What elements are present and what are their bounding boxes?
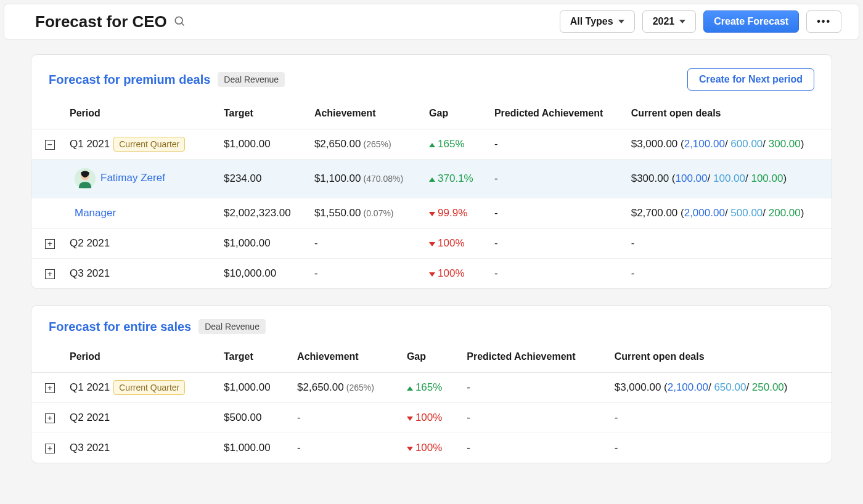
predicted-value: -: [467, 412, 470, 423]
table-row: + Q2 2021 $1,000.00 - 100% - -: [31, 229, 832, 259]
achievement-value: $2,650.00(265%): [314, 138, 391, 150]
svg-line-1: [182, 23, 184, 25]
arrow-down-icon: [407, 417, 413, 421]
col-period: Period: [62, 102, 216, 129]
target-value: $1,000.00: [224, 442, 271, 453]
achievement-value: -: [297, 412, 301, 423]
revenue-chip: Deal Revenue: [198, 319, 266, 334]
search-icon[interactable]: [173, 12, 186, 31]
gap-value: 100%: [429, 237, 464, 249]
arrow-up-icon: [407, 386, 413, 391]
gap-value: 165%: [407, 381, 442, 393]
arrow-down-icon: [429, 242, 435, 246]
chevron-down-icon: [679, 20, 685, 23]
create-forecast-button[interactable]: Create Forecast: [703, 10, 799, 33]
period-label: Q2 2021: [70, 412, 110, 423]
target-value: $500.00: [224, 412, 261, 423]
avatar: [75, 168, 96, 189]
more-actions-button[interactable]: •••: [806, 10, 841, 33]
col-predicted: Predicted Achievement: [487, 102, 624, 129]
col-achievement: Achievement: [290, 345, 399, 373]
expand-icon[interactable]: +: [45, 383, 55, 393]
user-link[interactable]: Fatimay Zeref: [100, 172, 165, 184]
col-period: Period: [62, 345, 216, 373]
gap-value: 165%: [429, 138, 464, 150]
period-label: Q3 2021: [70, 267, 110, 279]
current-quarter-badge: Current Quarter: [113, 137, 185, 152]
type-filter-label: All Types: [570, 16, 613, 27]
arrow-up-icon: [429, 143, 435, 147]
expand-icon[interactable]: +: [45, 239, 55, 249]
predicted-value: -: [494, 173, 498, 184]
page-header: Forecast for CEO All Types 2021 Create F…: [4, 4, 859, 39]
open-deals-value: -: [631, 237, 635, 249]
gap-value: 100%: [429, 267, 464, 279]
open-deals-value: -: [631, 267, 635, 279]
achievement-value: -: [297, 442, 301, 453]
expand-icon[interactable]: +: [45, 444, 55, 453]
achievement-value: -: [314, 237, 318, 249]
svg-point-0: [175, 17, 182, 24]
col-achievement: Achievement: [307, 102, 422, 129]
year-filter-dropdown[interactable]: 2021: [642, 10, 697, 33]
chevron-down-icon: [618, 20, 624, 23]
predicted-value: -: [467, 442, 470, 453]
open-deals-value: $3,000.00 (2,100.00/ 600.00/ 300.00): [631, 138, 804, 150]
table-row: + Q3 2021 $10,000.00 - 100% - -: [31, 259, 832, 289]
section-title[interactable]: Forecast for premium deals: [49, 73, 210, 87]
open-deals-value: $300.00 (100.00/ 100.00/ 100.00): [631, 173, 787, 184]
target-value: $1,000.00: [224, 381, 271, 393]
table-row: − Q1 2021Current Quarter $1,000.00 $2,65…: [31, 129, 832, 160]
col-open-deals: Current open deals: [624, 102, 832, 129]
target-value: $10,000.00: [224, 267, 276, 279]
col-gap: Gap: [399, 345, 459, 373]
collapse-icon[interactable]: −: [45, 140, 55, 150]
col-gap: Gap: [422, 102, 487, 129]
header-actions: All Types 2021 Create Forecast •••: [560, 10, 841, 33]
revenue-chip: Deal Revenue: [218, 72, 285, 87]
section-title[interactable]: Forecast for entire sales: [49, 320, 191, 334]
period-label: Q2 2021: [70, 237, 110, 249]
arrow-down-icon: [429, 212, 435, 216]
table-row: Manager $2,002,323.00 $1,550.00(0.07%) 9…: [31, 198, 832, 229]
predicted-value: -: [494, 207, 498, 219]
achievement-value: $1,100.00(470.08%): [314, 173, 403, 184]
predicted-value: -: [494, 267, 498, 279]
period-label: Q3 2021: [70, 442, 110, 453]
forecast-section: Forecast for premium deals Deal Revenue …: [31, 54, 832, 289]
predicted-value: -: [494, 237, 498, 249]
type-filter-dropdown[interactable]: All Types: [560, 10, 635, 33]
arrow-down-icon: [429, 272, 435, 277]
create-next-period-button[interactable]: Create for Next period: [687, 68, 814, 91]
year-filter-label: 2021: [653, 16, 675, 27]
arrow-up-icon: [429, 177, 435, 182]
page-title: Forecast for CEO: [35, 12, 167, 31]
expand-icon[interactable]: +: [45, 413, 55, 423]
achievement-value: $1,550.00(0.07%): [314, 207, 394, 219]
target-value: $2,002,323.00: [224, 207, 291, 219]
content-area: Forecast for premium deals Deal Revenue …: [0, 39, 863, 504]
forecast-section: Forecast for entire sales Deal Revenue P…: [31, 305, 832, 463]
section-header: Forecast for premium deals Deal Revenue …: [31, 55, 832, 102]
gap-value: 370.1%: [429, 173, 473, 184]
expand-icon[interactable]: +: [45, 269, 55, 279]
forecast-table: Period Target Achievement Gap Predicted …: [31, 102, 832, 288]
page-title-wrap: Forecast for CEO: [35, 12, 186, 31]
open-deals-value: $2,700.00 (2,000.00/ 500.00/ 200.00): [631, 207, 804, 219]
gap-value: 100%: [407, 412, 442, 423]
table-row: + Q2 2021 $500.00 - 100% - -: [31, 403, 832, 433]
open-deals-value: -: [615, 412, 618, 423]
user-link[interactable]: Manager: [75, 207, 116, 219]
table-row: Fatimay Zeref $234.00 $1,100.00(470.08%)…: [31, 160, 832, 198]
gap-value: 99.9%: [429, 207, 467, 219]
table-row: + Q1 2021Current Quarter $1,000.00 $2,65…: [31, 373, 832, 403]
section-header: Forecast for entire sales Deal Revenue: [31, 306, 832, 345]
forecast-table: Period Target Achievement Gap Predicted …: [31, 345, 832, 463]
achievement-value: -: [314, 267, 318, 279]
col-target: Target: [216, 345, 290, 373]
period-label: Q1 2021: [70, 138, 110, 150]
col-open-deals: Current open deals: [607, 345, 832, 373]
open-deals-value: $3,000.00 (2,100.00/ 650.00/ 250.00): [615, 381, 788, 393]
open-deals-value: -: [615, 442, 618, 453]
col-target: Target: [216, 102, 307, 129]
